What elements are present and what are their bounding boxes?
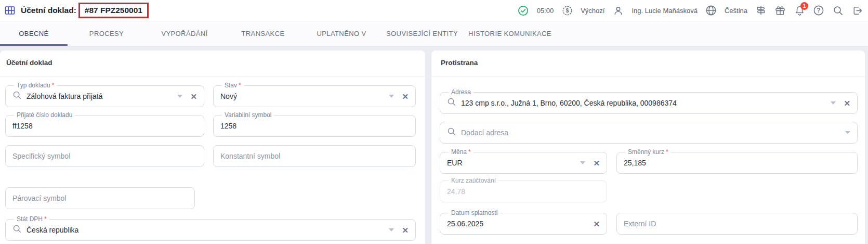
field-label: Měna* (449, 148, 474, 156)
card-title: Protistrana (441, 59, 478, 67)
user-name[interactable]: Ing. Lucie Maňásková (632, 7, 697, 15)
clear-icon[interactable]: ✕ (844, 99, 850, 107)
field-value[interactable]: ff1258 (12, 122, 197, 130)
chevron-down-icon[interactable] (845, 131, 850, 134)
field-placeholder[interactable]: Dodací adresa (461, 129, 840, 137)
user-icon[interactable] (612, 5, 624, 16)
title-group: Účetní doklad: #87 FPZ250001 (4, 3, 149, 18)
field-stav[interactable]: Stav* Nový ✕ (213, 85, 416, 107)
clear-icon[interactable]: ✕ (190, 93, 197, 100)
app-screen: Účetní doklad: #87 FPZ250001 05:00 $ Výc… (0, 0, 868, 244)
session-timer: 05:00 (537, 7, 554, 15)
field-label: Typ dokladu* (14, 82, 57, 89)
field-label: Stav* (222, 82, 244, 89)
search-icon (12, 91, 22, 102)
currency-seal-icon[interactable]: $ (561, 5, 573, 16)
chevron-down-icon[interactable] (177, 95, 182, 98)
field-mena[interactable]: Měna* EUR ✕ (440, 152, 607, 174)
tab-obecne[interactable]: OBECNÉ (0, 21, 68, 46)
tab-vyporadani[interactable]: VYPOŘÁDÁNÍ (146, 21, 223, 46)
field-value[interactable]: 25,185 (624, 159, 850, 167)
chevron-down-icon[interactable] (580, 161, 585, 164)
field-value[interactable]: Zálohová faktura přijatá (27, 92, 173, 100)
field-adresa[interactable]: Adresa 123 cmp s.r.o., Južná 1, Brno, 60… (440, 92, 858, 114)
card-title: Účetní doklad (6, 59, 52, 67)
field-parovaci-symbol[interactable]: Párovací symbol (5, 187, 195, 209)
chevron-down-icon[interactable] (831, 101, 836, 105)
field-label: Stát DPH* (14, 215, 49, 223)
language-label[interactable]: Čeština (725, 7, 747, 15)
gift-icon[interactable] (774, 5, 786, 16)
field-label: Datum splatnosti (449, 209, 500, 217)
field-typ-dokladu[interactable]: Typ dokladu* Zálohová faktura přijatá ✕ (5, 85, 204, 107)
clear-icon[interactable]: ✕ (402, 226, 409, 234)
document-number-highlight: #87 FPZ250001 (78, 3, 149, 18)
search-icon[interactable] (832, 5, 844, 16)
field-datum-splatnosti[interactable]: Datum splatnosti 25.06.2025 ✕ (440, 213, 607, 235)
logout-icon[interactable] (851, 5, 863, 16)
search-icon (447, 127, 456, 138)
help-icon[interactable]: ? (813, 5, 824, 16)
field-label: Adresa (449, 88, 474, 96)
tab-transakce[interactable]: TRANSAKCE (223, 21, 303, 46)
tab-souvisejici-entity[interactable]: SOUVISEJÍCÍ ENTITY (380, 21, 464, 46)
field-konstantni-symbol[interactable]: Konstantní symbol (213, 145, 416, 167)
field-label: Variabilní symbol (222, 111, 274, 119)
signpost-icon[interactable] (755, 5, 767, 16)
status-check-icon (518, 5, 529, 16)
page-title: Účetní doklad: (21, 6, 76, 15)
top-bar: Účetní doklad: #87 FPZ250001 05:00 $ Výc… (0, 0, 868, 21)
field-kurz-zauctovani: Kurz zaúčtování 24,78 (440, 181, 607, 202)
clear-icon[interactable]: ✕ (593, 220, 600, 228)
currency-profile-label[interactable]: Výchozí (581, 7, 604, 15)
chevron-down-icon[interactable] (389, 228, 394, 232)
field-value[interactable]: 1258 (220, 122, 409, 130)
globe-icon[interactable] (705, 5, 717, 16)
field-placeholder[interactable]: Konstantní symbol (220, 152, 409, 160)
field-prijate-cislo-dokladu[interactable]: Přijaté číslo dokladu ff1258 (5, 115, 204, 137)
field-label: Přijaté číslo dokladu (14, 111, 75, 119)
tab-procesy[interactable]: PROCESY (68, 21, 146, 46)
field-variabilni-symbol[interactable]: Variabilní symbol 1258 (213, 115, 416, 137)
field-placeholder[interactable]: Externí ID (624, 220, 850, 228)
counterparty-card: Protistrana Adresa 123 cmp s.r.o., Južná… (431, 50, 865, 244)
table-icon (4, 5, 16, 16)
field-stat-dph[interactable]: Stát DPH* Česká republika ✕ (5, 219, 416, 241)
divider (0, 76, 425, 76)
field-value[interactable]: EUR (447, 159, 575, 167)
field-dodaci-adresa[interactable]: Dodací adresa (440, 122, 858, 144)
field-value[interactable]: Nový (220, 92, 384, 100)
field-specificky-symbol[interactable]: Specifický symbol (5, 145, 204, 167)
field-label: Kurz zaúčtování (449, 177, 498, 185)
chevron-down-icon[interactable] (389, 95, 394, 98)
field-placeholder[interactable]: Specifický symbol (12, 152, 197, 160)
divider (431, 76, 865, 76)
svg-text:?: ? (817, 7, 820, 14)
search-icon (12, 224, 22, 236)
tab-uplatneno-v[interactable]: UPLATNĚNO V (303, 21, 380, 46)
field-label: Směnný kurz* (625, 148, 671, 156)
field-smenny-kurz[interactable]: Směnný kurz* 25,185 (616, 152, 858, 174)
field-value[interactable]: 123 cmp s.r.o., Južná 1, Brno, 60200, Če… (461, 99, 826, 107)
tab-historie-komunikace[interactable]: HISTORIE KOMUNIKACE (464, 21, 556, 46)
field-placeholder[interactable]: Párovací symbol (12, 194, 188, 202)
document-card: Účetní doklad Typ dokladu* Zálohová fakt… (0, 50, 425, 244)
notifications-bell-icon[interactable]: 1 (794, 5, 805, 16)
svg-text:$: $ (565, 7, 569, 14)
field-externi-id[interactable]: Externí ID (616, 213, 858, 235)
clear-icon[interactable]: ✕ (593, 159, 600, 167)
search-icon (447, 97, 456, 109)
field-value[interactable]: Česká republika (27, 226, 384, 234)
field-value: 24,78 (447, 187, 600, 196)
tab-bar: OBECNÉ PROCESY VYPOŘÁDÁNÍ TRANSAKCE UPLA… (0, 21, 868, 46)
clear-icon[interactable]: ✕ (402, 93, 409, 100)
notification-badge: 1 (800, 2, 808, 10)
top-bar-actions: 05:00 $ Výchozí Ing. Lucie Maňásková (518, 5, 863, 16)
field-value[interactable]: 25.06.2025 (447, 220, 588, 228)
